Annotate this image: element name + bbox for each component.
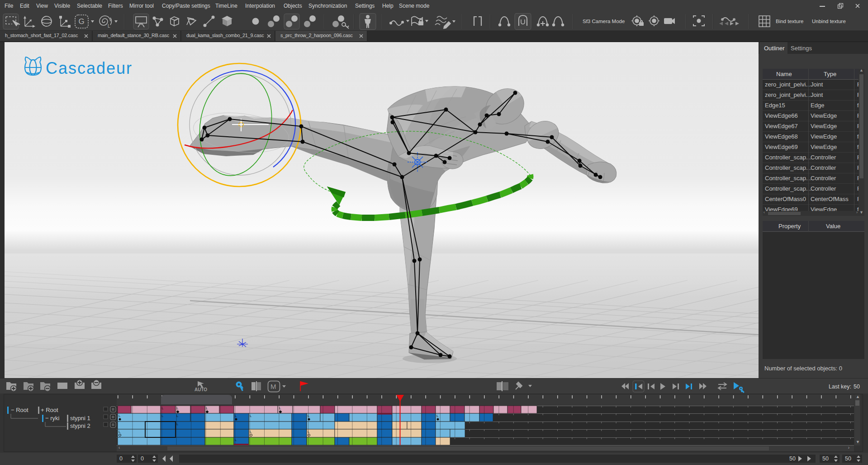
svg-text:L: L bbox=[250, 414, 252, 418]
svg-text:L: L bbox=[108, 24, 110, 29]
svg-text:Unbind texture: Unbind texture bbox=[812, 19, 846, 24]
svg-text:L: L bbox=[161, 414, 164, 418]
svg-text:L: L bbox=[436, 414, 439, 418]
svg-text:L: L bbox=[235, 438, 237, 442]
svg-text:L: L bbox=[279, 406, 281, 410]
svg-text:M: M bbox=[270, 383, 276, 390]
svg-text:Sf3 Camera Mode: Sf3 Camera Mode bbox=[583, 19, 625, 24]
svg-text:50: 50 bbox=[854, 384, 860, 390]
svg-text:AUTO: AUTO bbox=[194, 387, 207, 392]
svg-text:L: L bbox=[308, 414, 310, 418]
svg-text:L: L bbox=[206, 406, 208, 410]
svg-text:L: L bbox=[176, 422, 179, 426]
svg-text:L: L bbox=[119, 414, 121, 418]
svg-text:L: L bbox=[176, 414, 179, 418]
svg-text:L: L bbox=[176, 406, 179, 410]
svg-text:L: L bbox=[308, 430, 310, 434]
svg-text:Cascadeur: Cascadeur bbox=[46, 59, 133, 77]
svg-text:L: L bbox=[119, 430, 121, 434]
svg-text:L: L bbox=[250, 430, 252, 434]
svg-text:G: G bbox=[78, 17, 84, 26]
svg-text:Last key:: Last key: bbox=[829, 384, 851, 390]
svg-text:L: L bbox=[161, 406, 164, 410]
svg-text:Bind texture: Bind texture bbox=[776, 19, 803, 24]
svg-text:L: L bbox=[235, 414, 237, 418]
